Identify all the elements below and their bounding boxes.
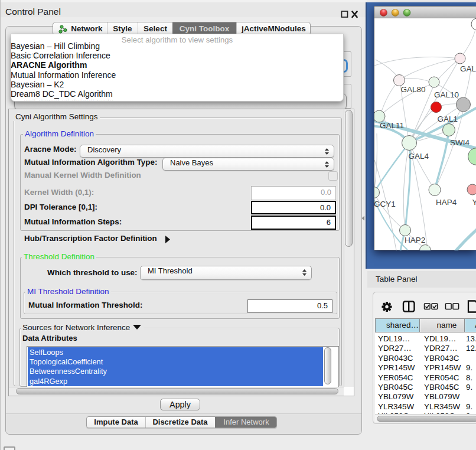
svg-text:GAL1: GAL1 bbox=[438, 115, 458, 123]
svg-text:GAL7: GAL7 bbox=[460, 64, 476, 73]
svg-text:YE: YE bbox=[472, 198, 476, 207]
svg-text:GAL80: GAL80 bbox=[401, 85, 426, 94]
svg-text:GAL11: GAL11 bbox=[380, 121, 404, 130]
svg-text:GAL4: GAL4 bbox=[409, 152, 429, 161]
svg-text:HAP2: HAP2 bbox=[405, 236, 425, 244]
svg-text:SWI4: SWI4 bbox=[450, 138, 470, 147]
svg-text:GCY1: GCY1 bbox=[374, 200, 396, 208]
svg-text:HAP4: HAP4 bbox=[436, 198, 457, 207]
svg-text:GAL10: GAL10 bbox=[434, 90, 459, 99]
